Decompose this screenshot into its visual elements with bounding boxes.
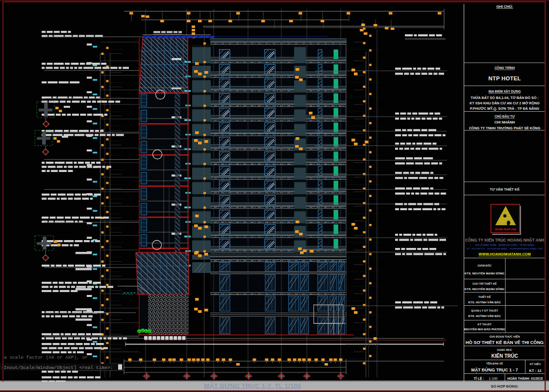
svg-text:QUẢN LÝ KỸ THUẬT: QUẢN LÝ KỸ THUẬT bbox=[471, 309, 499, 312]
svg-text:HOÀN THÀNH: 01/2015: HOÀN THÀNH: 01/2015 bbox=[507, 376, 543, 380]
svg-text:SỐ HỢP ĐỒNG:: SỐ HỢP ĐỒNG: bbox=[491, 384, 519, 389]
svg-text:KTS. NGUYỄN MẠNH DŨNG: KTS. NGUYỄN MẠNH DŨNG bbox=[465, 271, 505, 275]
svg-text:GHI CHÚ:: GHI CHÚ: bbox=[496, 4, 513, 9]
svg-text:CÔNG TY KIẾN TRÚC HOÀNG NHẬT A: CÔNG TY KIẾN TRÚC HOÀNG NHẬT ANH bbox=[465, 237, 545, 243]
svg-text:GIÁM ĐỐC: GIÁM ĐỐC bbox=[477, 264, 492, 267]
svg-text:TƯ VẤN THIẾT KẾ: TƯ VẤN THIẾT KẾ bbox=[490, 187, 520, 191]
svg-text:CHI NHÁNH: CHI NHÁNH bbox=[494, 120, 515, 124]
svg-text:GIAI ĐOẠN THỰC HIỆN: GIAI ĐOẠN THỰC HIỆN bbox=[489, 335, 520, 338]
svg-text:TỈ LỆ :: TỈ LỆ : bbox=[474, 376, 484, 380]
svg-text:ĐỊA ĐIỂM XÂY DỰNG: ĐỊA ĐIỂM XÂY DỰNG bbox=[489, 89, 521, 93]
svg-text:KTS. HUỲNH VĂN BẮC: KTS. HUỲNH VĂN BẮC bbox=[468, 314, 501, 318]
svg-text:WWW.HOANGNHATANH.COM: WWW.HOANGNHATANH.COM bbox=[478, 252, 530, 256]
svg-text:KỸ THUẬT: KỸ THUẬT bbox=[477, 323, 492, 326]
svg-text:MẶT ĐỨNG TRỤC 1 - 7: MẶT ĐỨNG TRỤC 1 - 7 bbox=[471, 367, 518, 372]
svg-text:CÔNG TRÌNH: CÔNG TRÌNH bbox=[495, 66, 515, 70]
svg-text:NTP HOTEL: NTP HOTEL bbox=[488, 75, 521, 81]
svg-text:TÊN BẢN VẼ: TÊN BẢN VẼ bbox=[486, 362, 503, 365]
svg-text:CÔNG TY TNHH TRƯỜNG PHÁT SÊ KÔ: CÔNG TY TNHH TRƯỜNG PHÁT SÊ KÔNG bbox=[469, 126, 541, 130]
svg-text:HỒ SƠ THIẾT KẾ BẢN VẼ THI CÔNG: HỒ SƠ THIẾT KẾ BẢN VẼ THI CÔNG bbox=[466, 340, 544, 345]
svg-text:THỬA ĐẤT SỐ B4,1-04, TỜ BẢN ĐỒ: THỬA ĐẤT SỐ B4,1-04, TỜ BẢN ĐỒ SỐ : bbox=[471, 95, 539, 100]
svg-text:1-100: 1-100 bbox=[489, 377, 498, 380]
svg-text:KTS. NGUYỄN MẠNH DŨNG: KTS. NGUYỄN MẠNH DŨNG bbox=[465, 287, 505, 291]
svg-text:CHỦ TRÌ THIẾT KẾ: CHỦ TRÌ THIẾT KẾ bbox=[473, 282, 497, 285]
svg-text:THIẾT KẾ: THIẾT KẾ bbox=[478, 295, 491, 298]
svg-text:ĐT : 0511.2471717 - 0913.409.4: ĐT : 0511.2471717 - 0913.409.409 EMAIL :… bbox=[467, 247, 543, 250]
svg-text:KT 03/4 KHU DÂN CƯ AN CƯ 2 MỞ: KT 03/4 KHU DÂN CƯ AN CƯ 2 MỞ RỘNG bbox=[470, 101, 540, 105]
svg-text:119 LÊ ĐÌNH THÁM - QUẬN HẢI CH: 119 LÊ ĐÌNH THÁM - QUẬN HẢI CHÂU - TP ĐÀ… bbox=[475, 243, 534, 246]
svg-text:KÝ HIỆU: KÝ HIỆU bbox=[530, 362, 541, 366]
svg-text:NGUYỄN MAI BẢO PHƯƠNG: NGUYỄN MAI BẢO PHƯƠNG bbox=[464, 327, 505, 331]
svg-text:P.PHƯỚC MỸ,Q. SƠN TRÀ - TP ĐÀ: P.PHƯỚC MỸ,Q. SƠN TRÀ - TP ĐÀ NẴNG bbox=[470, 106, 540, 111]
svg-text:KIẾN TRÚC: KIẾN TRÚC bbox=[491, 353, 518, 359]
svg-text:CHỦ ĐẦU TƯ: CHỦ ĐẦU TƯ bbox=[495, 114, 515, 118]
svg-text:MẶT ĐỨNG TRỤC 1-7, TL 1/100: MẶT ĐỨNG TRỤC 1-7, TL 1/100 bbox=[204, 382, 301, 390]
svg-text:-Inout/Scale/Window/Object] <r: -Inout/Scale/Window/Object] <real time>: bbox=[1, 365, 113, 370]
svg-text:KT : 12: KT : 12 bbox=[529, 368, 541, 373]
svg-text:a scale factor (AX or AXP), or: a scale factor (AX or AXP), or bbox=[4, 355, 88, 360]
svg-text:KTS. HUỲNH VĂN BẮC: KTS. HUỲNH VĂN BẮC bbox=[468, 300, 501, 304]
svg-text:HOANG NHAT ANH: HOANG NHAT ANH bbox=[495, 228, 516, 231]
svg-text:HẠNG MỤC: HẠNG MỤC bbox=[497, 348, 512, 351]
